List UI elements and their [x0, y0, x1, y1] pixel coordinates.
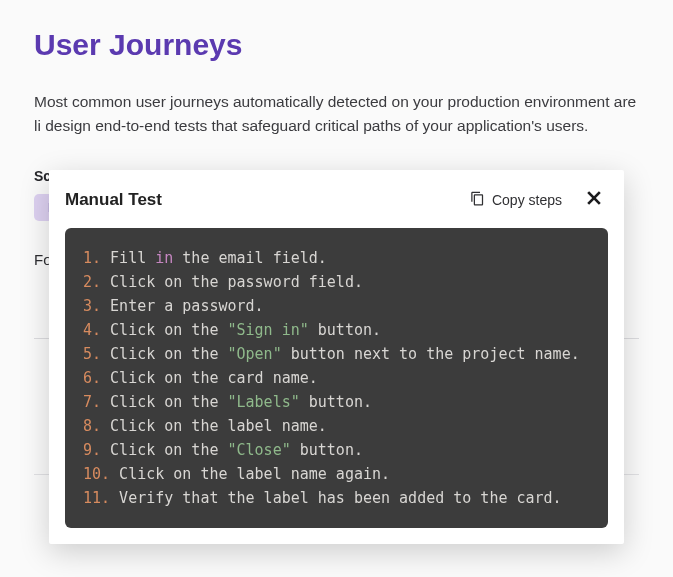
step-number: 9.: [83, 441, 101, 459]
step-string: "Labels": [228, 393, 300, 411]
step-line: 7. Click on the "Labels" button.: [83, 390, 590, 414]
step-line: 6. Click on the card name.: [83, 366, 590, 390]
step-number: 3.: [83, 297, 101, 315]
step-line: 3. Enter a password.: [83, 294, 590, 318]
step-number: 6.: [83, 369, 101, 387]
step-string: "Close": [228, 441, 291, 459]
step-line: 10. Click on the label name again.: [83, 462, 590, 486]
step-line: 9. Click on the "Close" button.: [83, 438, 590, 462]
step-keyword: in: [155, 249, 173, 267]
steps-code-block: 1. Fill in the email field.2. Click on t…: [65, 228, 608, 528]
close-icon: [584, 188, 604, 212]
step-number: 10.: [83, 465, 110, 483]
step-string: "Open": [228, 345, 282, 363]
step-string: "Sign in": [228, 321, 309, 339]
manual-test-modal: Manual Test Copy steps 1. Fill in the em…: [49, 170, 624, 544]
modal-header: Manual Test Copy steps: [65, 186, 608, 214]
step-line: 1. Fill in the email field.: [83, 246, 590, 270]
step-line: 4. Click on the "Sign in" button.: [83, 318, 590, 342]
copy-steps-button[interactable]: Copy steps: [470, 191, 562, 209]
page-title: User Journeys: [34, 28, 639, 62]
step-number: 8.: [83, 417, 101, 435]
step-number: 4.: [83, 321, 101, 339]
modal-title: Manual Test: [65, 190, 470, 210]
step-number: 1.: [83, 249, 101, 267]
step-number: 2.: [83, 273, 101, 291]
copy-icon: [470, 191, 485, 209]
step-number: 11.: [83, 489, 110, 507]
step-line: 5. Click on the "Open" button next to th…: [83, 342, 590, 366]
close-button[interactable]: [580, 186, 608, 214]
step-line: 2. Click on the password field.: [83, 270, 590, 294]
page-description: Most common user journeys automatically …: [34, 90, 639, 138]
copy-steps-label: Copy steps: [492, 192, 562, 208]
step-number: 5.: [83, 345, 101, 363]
step-line: 8. Click on the label name.: [83, 414, 590, 438]
step-number: 7.: [83, 393, 101, 411]
step-line: 11. Verify that the label has been added…: [83, 486, 590, 510]
